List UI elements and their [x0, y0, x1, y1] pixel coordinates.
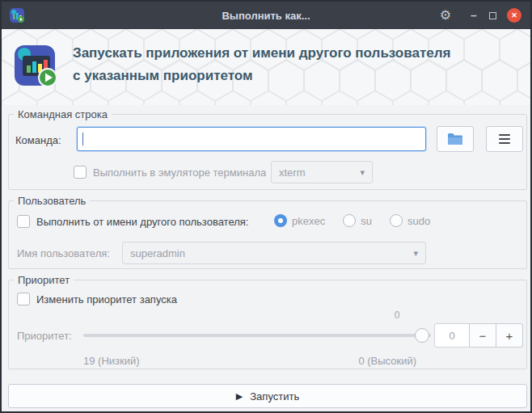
radio-sudo-label: sudo [407, 215, 430, 227]
terminal-emulator-select[interactable]: xterm ▾ [271, 161, 373, 183]
menu-button[interactable] [486, 126, 523, 152]
username-label: Имя пользователя: [17, 247, 110, 259]
run-button-label: Запустить [250, 390, 299, 402]
change-priority-label: Изменить приоритет запуска [36, 293, 177, 306]
priority-low-label: 19 (Низкий) [83, 355, 140, 367]
chevron-down-icon: ▾ [360, 167, 365, 178]
app-window: Выполнить как... ⚙ – ✕ [0, 0, 532, 413]
change-priority-checkbox[interactable] [17, 293, 30, 306]
page-title: Запускать приложения от имени другого по… [73, 42, 450, 87]
minimize-button[interactable]: – [469, 10, 479, 21]
radio-unselected-icon [390, 214, 403, 227]
priority-group-title: Приоритет [14, 274, 74, 286]
hamburger-icon [499, 134, 510, 144]
browse-button[interactable] [437, 126, 474, 152]
gear-icon[interactable]: ⚙ [440, 9, 451, 22]
spin-increment-button[interactable]: + [496, 323, 523, 348]
command-group-title: Командная строка [14, 108, 112, 120]
priority-slider-handle[interactable] [415, 328, 429, 343]
chevron-down-icon: ▾ [413, 248, 418, 259]
user-group: Пользователь Выполнить от имени другого … [8, 200, 527, 269]
page-title-line2: с указанным приоритетом [73, 65, 450, 87]
auth-method-radio-group: pkexec su sudo [274, 214, 430, 227]
close-icon: ✕ [511, 11, 517, 19]
spin-decrement-button[interactable]: − [469, 323, 496, 348]
text-cursor [82, 133, 83, 145]
titlebar: Выполнить как... ⚙ – ✕ [2, 2, 530, 29]
slider-value-hint: 0 [389, 310, 405, 321]
command-group: Командная строка Команда: Выполнить в эм… [8, 114, 527, 190]
radio-su-label: su [361, 215, 372, 227]
app-logo [13, 42, 60, 89]
radio-pkexec-label: pkexec [292, 215, 325, 227]
priority-label: Приоритет: [17, 330, 72, 342]
radio-su[interactable]: su [343, 214, 372, 227]
header-banner: Запускать приложения от имени другого по… [2, 29, 530, 105]
command-input[interactable] [77, 127, 426, 151]
titlebar-controls: ⚙ – ✕ [440, 2, 521, 29]
radio-selected-icon [274, 214, 287, 227]
page-title-line1: Запускать приложения от имени другого по… [73, 42, 450, 65]
radio-sudo[interactable]: sudo [390, 214, 430, 227]
folder-icon [447, 133, 463, 145]
radio-unselected-icon [343, 214, 356, 227]
run-as-user-checkbox[interactable] [17, 215, 30, 228]
maximize-icon[interactable] [489, 12, 496, 19]
radio-pkexec[interactable]: pkexec [274, 214, 325, 227]
username-select[interactable]: superadmin ▾ [122, 242, 426, 264]
priority-spin-value[interactable]: 0 [434, 323, 470, 348]
terminal-checkbox[interactable] [74, 166, 87, 179]
terminal-select-value: xterm [279, 166, 306, 179]
terminal-checkbox-label: Выполнить в эмуляторе терминала [93, 166, 266, 179]
close-button[interactable]: ✕ [507, 8, 521, 23]
username-select-value: superadmin [130, 247, 185, 259]
priority-group: Приоритет Изменить приоритет запуска 0 П… [8, 280, 527, 369]
command-input-wrap [77, 127, 426, 151]
priority-scale: 19 (Низкий) 0 (Высокий) [83, 355, 416, 367]
run-button[interactable]: ▶ Запустить [8, 384, 527, 408]
priority-high-label: 0 (Высокий) [358, 355, 416, 367]
command-label: Команда: [15, 134, 61, 146]
priority-slider-track[interactable] [83, 334, 431, 337]
run-as-user-label: Выполнить от имени другого пользователя: [36, 216, 248, 228]
user-group-title: Пользователь [14, 195, 90, 207]
play-icon: ▶ [236, 392, 243, 401]
